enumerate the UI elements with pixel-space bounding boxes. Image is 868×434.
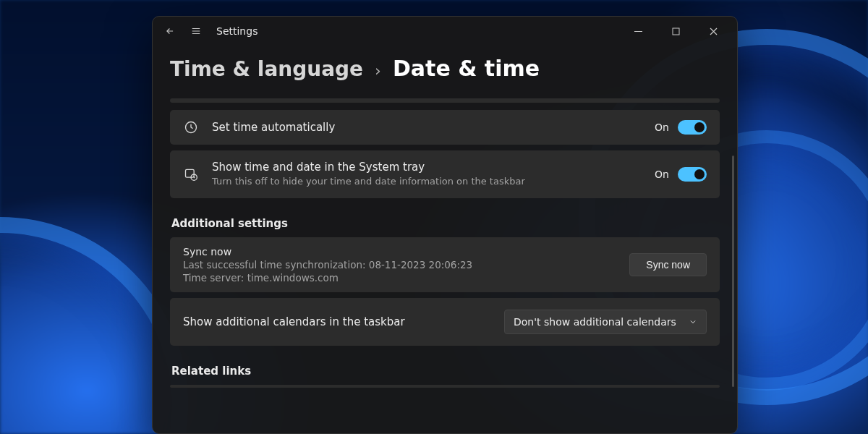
chevron-down-icon <box>689 318 697 326</box>
sync-now-button[interactable]: Sync now <box>629 253 707 276</box>
setting-label: Set time automatically <box>212 121 642 134</box>
breadcrumb: Time & language › Date & time <box>170 56 720 81</box>
previous-card-edge <box>170 98 720 103</box>
setting-row-additional-calendars: Show additional calendars in the taskbar… <box>170 298 720 346</box>
settings-window: Settings Time & language › Date & time <box>152 16 738 434</box>
additional-calendars-dropdown[interactable]: Don't show additional calendars <box>504 310 707 334</box>
back-button[interactable] <box>160 21 180 41</box>
time-server-text: Time server: time.windows.com <box>183 272 629 284</box>
toggle-state-text: On <box>655 169 669 180</box>
toggle-state-text: On <box>655 122 669 133</box>
breadcrumb-parent[interactable]: Time & language <box>170 57 363 81</box>
content-area: Time & language › Date & time Set time a… <box>153 46 737 433</box>
maximize-button[interactable] <box>663 21 688 41</box>
auto-time-toggle[interactable] <box>678 120 707 135</box>
section-heading-additional: Additional settings <box>171 217 720 230</box>
clock-icon <box>183 120 199 135</box>
last-sync-text: Last successful time synchronization: 08… <box>183 259 629 271</box>
chevron-right-icon: › <box>375 61 381 80</box>
taskbar-clock-icon <box>183 167 199 182</box>
setting-description: Turn this off to hide your time and date… <box>212 175 642 188</box>
svg-rect-4 <box>673 28 679 35</box>
svg-rect-3 <box>634 31 642 32</box>
dropdown-value: Don't show additional calendars <box>514 316 676 328</box>
setting-row-tray-clock[interactable]: Show time and date in the System tray Tu… <box>170 150 720 198</box>
window-controls <box>626 21 726 41</box>
setting-label: Show additional calendars in the taskbar <box>183 315 504 328</box>
setting-label: Show time and date in the System tray <box>212 161 642 174</box>
page-title: Date & time <box>393 56 540 81</box>
svg-rect-8 <box>186 169 195 177</box>
title-bar: Settings <box>153 17 737 46</box>
nav-menu-button[interactable] <box>186 21 206 41</box>
section-heading-related: Related links <box>171 365 720 378</box>
setting-row-sync-now: Sync now Last successful time synchroniz… <box>170 237 720 292</box>
minimize-button[interactable] <box>626 21 650 41</box>
next-card-edge <box>170 385 720 388</box>
setting-row-auto-time[interactable]: Set time automatically On <box>170 110 720 145</box>
close-button[interactable] <box>701 21 726 41</box>
sync-title: Sync now <box>183 246 629 258</box>
vertical-scrollbar[interactable] <box>732 156 734 387</box>
window-title: Settings <box>216 25 258 37</box>
tray-clock-toggle[interactable] <box>678 167 707 182</box>
